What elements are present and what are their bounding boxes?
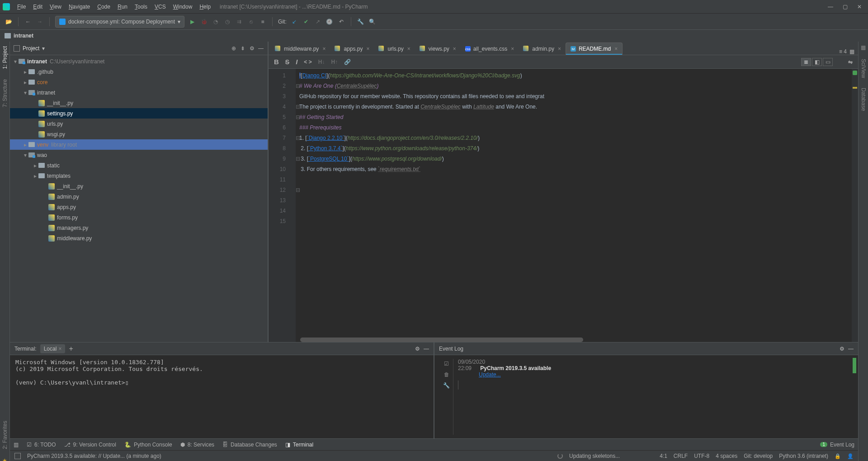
close-icon[interactable]: × [511,46,514,52]
menu-tools[interactable]: Tools [131,2,151,12]
tab-sciview[interactable]: SciView [859,57,868,80]
maximize-button[interactable]: ▢ [842,4,848,10]
debug-button[interactable]: 🐞 [200,18,208,26]
terminal-body[interactable]: Microsoft Windows [version 10.0.18362.77… [10,355,434,438]
add-terminal-button[interactable]: + [69,345,73,353]
tool-grid-icon[interactable]: ▦ [849,48,854,55]
bg-task-label[interactable]: Updating skeletons... [569,453,620,459]
close-icon[interactable]: × [453,46,456,52]
profile-button[interactable]: ◷ [223,18,231,26]
tree-item-urls-py[interactable]: urls.py [10,119,268,129]
coverage-button[interactable]: ◔ [212,18,220,26]
terminal-tab-local[interactable]: Local × [40,344,66,353]
menu-window[interactable]: Window [170,2,196,12]
tab-middleware-py[interactable]: middleware.py× [270,43,330,55]
menu-navigate[interactable]: Navigate [65,2,94,12]
tree-item-wsgi-py[interactable]: wsgi.py [10,129,268,139]
project-tree[interactable]: ▾ intranet C:\Users\yvanl\intranet ▸.git… [10,55,268,342]
horizontal-scrollbar[interactable] [300,337,583,342]
italic-button[interactable]: I [296,58,297,66]
close-button[interactable]: ✕ [856,4,863,10]
event-log-hide-icon[interactable]: — [848,346,854,352]
tree-item-managers-py[interactable]: managers.py [10,223,268,233]
terminal-hide-icon[interactable]: — [424,346,429,352]
close-icon[interactable]: × [366,46,369,52]
python-interpreter[interactable]: Python 3.6 (intranet) [779,453,828,459]
header-down-button[interactable]: H↓ [318,59,325,65]
vcs-push-icon[interactable]: ↗ [314,18,322,26]
readonly-icon[interactable] [835,453,841,459]
status-message[interactable]: PyCharm 2019.3.5 available: // Update...… [27,453,161,459]
line-separator[interactable]: CRLF [674,453,688,459]
tab-todo[interactable]: ☑ 6: TODO [27,442,56,448]
tab-favorites[interactable]: 2: Favorites [1,419,9,451]
view-split[interactable]: ◧ [812,58,822,66]
chevron-down-icon[interactable]: ▾ [42,45,45,52]
vcs-commit-icon[interactable]: ✔ [302,18,310,26]
settings-icon[interactable]: ⚙ [249,45,255,52]
stop-button[interactable]: ■ [259,18,267,26]
link-button[interactable]: 🔗 [344,59,351,65]
tab-event-log[interactable]: 1 Event Log [820,442,854,448]
vcs-revert-icon[interactable]: ↶ [337,18,345,26]
event-action-link[interactable]: Update... [479,371,501,378]
tree-item-static[interactable]: ▸static [10,160,268,171]
tree-item-admin-py[interactable]: admin.py [10,191,268,202]
breadcrumb-root[interactable]: intranet [14,33,33,39]
menu-code[interactable]: Code [94,2,114,12]
mark-read-icon[interactable]: ☑ [444,361,449,367]
tree-item-venv[interactable]: ▸venvlibrary root [10,139,268,150]
tab-db-changes[interactable]: 🗄 Database Changes [222,442,277,448]
soft-wrap-button[interactable]: ⇋ [848,59,853,65]
tab-database[interactable]: Database [859,86,868,113]
code-editor[interactable]: 123456789101112131415 ⊟⊟⊟⊟⊟⊟ ![Django CI… [269,69,858,342]
tab-structure[interactable]: 7: Structure [1,77,9,109]
bold-button[interactable]: B [274,58,279,66]
menu-help[interactable]: Help [196,2,214,12]
settings-icon[interactable]: 🔧 [357,18,365,26]
tab-python-console[interactable]: 🐍 Python Console [124,442,172,448]
collapse-all-icon[interactable]: ⇟ [240,45,246,52]
project-view-icon[interactable] [14,45,20,52]
tab-all-events-css[interactable]: cssall_events.css× [461,43,519,55]
code-with-me-icon[interactable] [847,453,854,459]
git-branch[interactable]: Git: develop [744,453,773,459]
hide-icon[interactable]: — [258,45,264,52]
strike-button[interactable]: S [285,58,289,66]
forward-button[interactable]: → [36,18,44,26]
tool-grid-icon[interactable]: ▦ [861,44,866,51]
tree-item---init---py[interactable]: __init__.py [10,98,268,108]
close-icon[interactable]: × [322,46,326,52]
configure-icon[interactable]: 🔧 [443,382,450,389]
menu-edit[interactable]: Edit [29,2,46,12]
tree-item-core[interactable]: ▸core [10,77,268,87]
tree-item-apps-py[interactable]: apps.py [10,202,268,212]
tree-item-wao[interactable]: ▾wao [10,150,268,160]
back-button[interactable]: ← [24,18,32,26]
view-editor-only[interactable]: ≣ [801,58,811,66]
menu-view[interactable]: View [46,2,65,12]
tab-views-py[interactable]: views.py× [415,43,461,55]
open-icon[interactable]: 📂 [5,18,13,26]
caret-position[interactable]: 4:1 [660,453,667,459]
tab-services[interactable]: ⬢ 8: Services [180,442,214,448]
status-toggle-icon[interactable] [14,453,21,459]
tab-terminal[interactable]: ◨ Terminal [285,442,313,448]
menu-file[interactable]: File [14,2,29,12]
search-everywhere-icon[interactable]: 🔍 [368,18,377,26]
close-icon[interactable]: × [614,46,618,52]
locate-icon[interactable]: ⊕ [231,45,237,52]
close-icon[interactable]: × [558,46,561,52]
tree-item---init---py[interactable]: __init__.py [10,181,268,191]
delete-icon[interactable]: 🗑 [444,371,449,378]
tab-urls-py[interactable]: urls.py× [374,43,415,55]
tree-item-templates[interactable]: ▸templates [10,171,268,181]
warning-marker[interactable] [853,87,857,89]
close-icon[interactable]: × [58,346,61,352]
bg-task-spinner[interactable] [557,453,563,459]
tree-item-middleware-py[interactable]: middleware.py [10,233,268,243]
tab-apps-py[interactable]: apps.py× [330,43,374,55]
show-tabs-list[interactable]: ≡ 4 [839,48,847,55]
error-stripe[interactable] [852,69,858,342]
concurrency-button[interactable]: ⇉ [235,18,243,26]
